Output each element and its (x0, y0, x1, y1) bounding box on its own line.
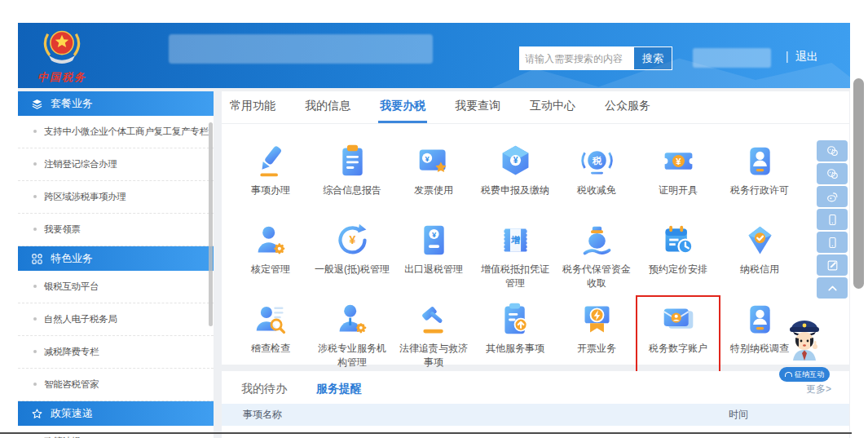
sidebar-section-header-0[interactable]: 套餐业务 (18, 91, 214, 116)
grid-item-label: 核定管理 (251, 263, 290, 277)
divider: | (786, 50, 789, 63)
grid-item-预约定价安排[interactable]: 预约定价安排 (637, 215, 719, 294)
other-services-icon (497, 301, 534, 338)
grid-item-税务行政许可[interactable]: 税务行政许可 (719, 135, 800, 215)
grid-item-label: 一般退(抵)税管理 (315, 263, 390, 277)
grid-item-纳税信用[interactable]: 纳税信用 (719, 215, 800, 294)
svg-text:¥: ¥ (425, 155, 430, 163)
interaction-badge[interactable]: 征纳互动 (779, 367, 830, 382)
tab-公众服务[interactable]: 公众服务 (603, 91, 652, 123)
headset-icon (785, 372, 792, 377)
tax-officer-mascot-icon (783, 316, 826, 362)
export-refund-icon: ¥ (416, 222, 452, 259)
escrow-fund-icon (579, 222, 615, 259)
credit-icon (742, 222, 778, 259)
sidebar-section-header-2[interactable]: 政策速递 (18, 401, 214, 426)
search-button[interactable]: 搜索 (633, 46, 672, 70)
grid-item-label: 增值税抵扣凭证管理 (478, 263, 553, 291)
tab-常用功能[interactable]: 常用功能 (228, 91, 277, 123)
sidebar-item[interactable]: 银税互动平台 (18, 271, 214, 303)
page-scrollbar[interactable] (853, 78, 864, 289)
grid-item-综合信息报告[interactable]: 综合信息报告 (311, 135, 393, 215)
national-emblem-icon (41, 26, 83, 69)
sidebar: 套餐业务支持中小微企业个体工商户复工复产专栏注销登记综合办理跨区域涉税事项办理我… (18, 91, 214, 438)
tab-bar: 常用功能我的信息我要办税我要查询互动中心公众服务 (222, 91, 849, 124)
interaction-mascot[interactable]: 征纳互动 (779, 316, 830, 382)
permit-icon (742, 143, 778, 179)
grid-item-label: 综合信息报告 (323, 184, 381, 197)
grid-item-核定管理[interactable]: 核定管理 (230, 215, 311, 294)
toolbar-wechat[interactable] (817, 163, 848, 184)
sidebar-item[interactable]: 自然人电子税务局 (18, 303, 214, 336)
grid-item-事项办理[interactable]: 事项办理 (230, 135, 311, 215)
logout-link[interactable]: |退出 (786, 50, 818, 64)
logo: 中国税务 (28, 26, 96, 85)
grid-item-label: 稽查检查 (251, 342, 290, 356)
grid-item-涉税专业服务机构管理[interactable]: 涉税专业服务机构管理 (311, 294, 393, 373)
sidebar-item[interactable]: 智能咨税管家 (18, 369, 214, 401)
toolbar-wechat[interactable] (817, 140, 848, 161)
vat-voucher-icon: 增 (497, 222, 534, 259)
grid-item-label: 税务数字账户 (649, 342, 707, 356)
grid-item-税务代保管资金收取[interactable]: 税务代保管资金收取 (556, 215, 637, 294)
tab-my-todo[interactable]: 我的待办 (241, 382, 287, 396)
todo-table-header: 事项名称 时间 (222, 404, 849, 426)
sidebar-section-header-1[interactable]: 特色业务 (18, 246, 214, 271)
sidebar-section-label: 套餐业务 (51, 96, 93, 111)
sidebar-item[interactable]: 跨区域涉税事项办理 (18, 181, 214, 214)
grid-item-label: 预约定价安排 (649, 263, 707, 277)
grid-item-税费申报及缴纳[interactable]: ¥税费申报及缴纳 (474, 135, 556, 215)
grid-item-稽查检查[interactable]: 稽查检查 (230, 294, 311, 373)
toolbar-collapse[interactable] (817, 277, 848, 299)
grid-item-证明开具[interactable]: ¥证明开具 (637, 135, 719, 215)
badge-label: 征纳互动 (795, 369, 824, 380)
tab-service-reminder[interactable]: 服务提醒 (316, 382, 362, 396)
invoice-icon: ¥ (416, 143, 452, 179)
toolbar-feedback[interactable] (817, 254, 848, 276)
wechat-icon (826, 144, 839, 158)
grid-item-发票使用[interactable]: ¥发票使用 (393, 135, 474, 215)
column-time: 时间 (729, 408, 748, 422)
tab-我要查询[interactable]: 我要查询 (453, 91, 502, 123)
sidebar-scrollbar[interactable] (209, 122, 213, 326)
sidebar-item[interactable]: 支持中小微企业个体工商户复工复产专栏 (18, 116, 214, 148)
grid-item-税务数字账户[interactable]: 税务数字账户 (637, 294, 719, 373)
grid-item-label: 证明开具 (659, 184, 698, 197)
apa-calendar-icon (660, 222, 697, 259)
tab-我的信息[interactable]: 我的信息 (303, 91, 352, 123)
report-icon (334, 143, 371, 179)
special-investigation-icon (742, 301, 778, 338)
sidebar-section-label: 政策速递 (51, 406, 93, 421)
refund-icon: ¥ (334, 222, 371, 259)
more-link[interactable]: 更多> (806, 383, 831, 396)
toolbar-mobile[interactable] (817, 209, 848, 230)
sidebar-item[interactable]: 我要领票 (18, 214, 214, 246)
header: 中国税务 搜索 |退出 (18, 23, 850, 88)
grid-item-其他服务事项[interactable]: 其他服务事项 (474, 294, 556, 373)
logout-label[interactable]: 退出 (795, 50, 818, 63)
inspection-icon (253, 301, 289, 338)
grid-item-label: 税费申报及缴纳 (481, 184, 549, 197)
todo-card: 我的待办 服务提醒 更多> 事项名称 时间 (222, 371, 849, 438)
grid-item-一般退(抵)税管理[interactable]: ¥一般退(抵)税管理 (311, 215, 393, 294)
grid-item-label: 税务行政许可 (730, 184, 789, 197)
grid-item-税收减免[interactable]: 税税收减免 (556, 135, 637, 215)
grid-item-label: 发票使用 (414, 184, 453, 197)
grid-item-开票业务[interactable]: 开票业务 (556, 294, 637, 373)
main-panel: 常用功能我的信息我要办税我要查询互动中心公众服务 事项办理综合信息报告¥发票使用… (222, 91, 849, 365)
sidebar-item[interactable]: 注销登记综合办理 (18, 148, 214, 181)
grid-item-增值税抵扣凭证管理[interactable]: 增增值税抵扣凭证管理 (474, 215, 556, 294)
weibo-icon (826, 190, 839, 204)
legal-icon (416, 301, 452, 338)
grid-item-label: 税收减免 (577, 184, 616, 197)
grid-item-法律追责与救济事项[interactable]: 法律追责与救济事项 (393, 294, 474, 373)
sidebar-item[interactable]: 减税降费专栏 (18, 336, 214, 369)
search-input[interactable] (519, 46, 633, 70)
toolbar-weibo[interactable] (817, 186, 848, 207)
svg-text:¥: ¥ (431, 231, 436, 239)
function-grid: 事项办理综合信息报告¥发票使用¥税费申报及缴纳税税收减免¥证明开具税务行政许可核… (222, 124, 849, 373)
toolbar-mobile[interactable] (817, 232, 848, 253)
tab-我要办税[interactable]: 我要办税 (378, 91, 427, 123)
tab-互动中心[interactable]: 互动中心 (528, 91, 577, 123)
grid-item-出口退税管理[interactable]: ¥出口退税管理 (393, 215, 474, 294)
